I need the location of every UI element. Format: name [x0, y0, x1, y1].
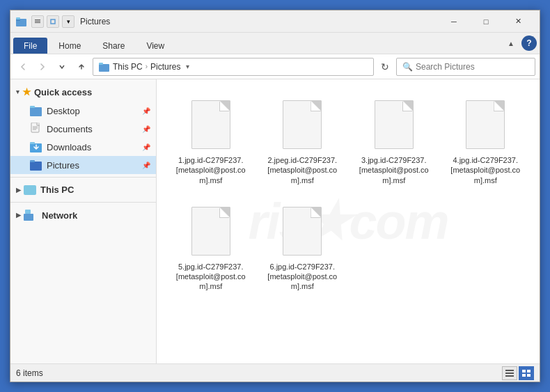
svg-rect-7 [99, 64, 109, 72]
this-pc-label: This PC [40, 185, 74, 195]
address-bar: This PC › Pictures ▾ ↻ 🔍 [10, 54, 540, 79]
svg-rect-21 [505, 375, 514, 377]
downloads-icon [30, 141, 42, 153]
search-box[interactable]: 🔍 [396, 58, 535, 76]
network-icon [24, 210, 38, 221]
minimize-button[interactable]: ─ [438, 10, 470, 33]
svg-rect-10 [30, 106, 35, 108]
sidebar-downloads-label: Downloads [47, 142, 139, 152]
view-grid-button[interactable] [519, 366, 534, 380]
view-list-button[interactable] [502, 366, 517, 380]
tab-file[interactable]: File [13, 38, 47, 54]
forward-button[interactable] [34, 58, 51, 75]
file-name-4: 4.jpg.id-C279F237.[metasploit@post.com].… [450, 155, 520, 185]
address-path[interactable]: This PC › Pictures ▾ [93, 58, 374, 76]
svg-rect-23 [527, 370, 531, 373]
file-icon-1 [187, 97, 235, 152]
back-button[interactable] [15, 58, 31, 75]
file-page-2 [283, 100, 322, 149]
svg-rect-22 [522, 370, 526, 373]
svg-rect-24 [522, 374, 526, 377]
network-label: Network [42, 210, 77, 221]
refresh-button[interactable]: ↻ [377, 58, 393, 75]
file-item-3[interactable]: 3.jpg.id-C279F237.[metasploit@post.com].… [351, 91, 437, 191]
ribbon-tabs: File Home Share View ▲ ? [10, 33, 540, 54]
file-item-4[interactable]: 4.jpg.id-C279F237.[metasploit@post.com].… [443, 91, 529, 191]
maximize-button[interactable]: □ [470, 10, 502, 33]
path-pictures[interactable]: Pictures [150, 62, 180, 72]
sidebar-item-documents[interactable]: Documents 📌 [10, 120, 156, 138]
svg-rect-17 [30, 162, 42, 171]
svg-rect-9 [30, 107, 42, 116]
documents-pin-icon: 📌 [142, 125, 150, 133]
file-item-1[interactable]: 1.jpg.id-C279F237.[metasploit@post.com].… [168, 91, 254, 191]
main-area: ▾ ★ Quick access Desktop 📌 [10, 79, 540, 363]
svg-rect-19 [505, 370, 514, 371]
file-item-5[interactable]: 5.jpg.id-C279F237.[metasploit@post.com].… [168, 197, 254, 298]
desktop-icon [30, 104, 42, 117]
ribbon-collapse-btn[interactable]: ▲ [503, 38, 519, 49]
tab-home[interactable]: Home [48, 38, 91, 54]
file-page-6 [283, 207, 322, 256]
svg-rect-6 [51, 19, 55, 24]
pictures-icon [30, 159, 42, 171]
file-item-2[interactable]: 2.jpeg.id-C279F237.[metasploit@post.com]… [260, 91, 346, 191]
downloads-pin-icon: 📌 [142, 143, 150, 151]
file-name-2: 2.jpeg.id-C279F237.[metasploit@post.com]… [267, 155, 337, 185]
file-icon-2 [278, 97, 327, 152]
sidebar-item-desktop[interactable]: Desktop 📌 [10, 102, 156, 120]
svg-rect-16 [30, 142, 35, 144]
svg-rect-4 [35, 19, 40, 20]
sidebar-item-downloads[interactable]: Downloads 📌 [10, 138, 156, 156]
svg-rect-5 [35, 22, 40, 23]
qat-btn-dropdown[interactable]: ▾ [62, 15, 74, 28]
close-button[interactable]: ✕ [502, 10, 534, 33]
file-page-4 [466, 100, 505, 149]
svg-rect-3 [35, 21, 40, 22]
sidebar-divider-1 [10, 177, 156, 178]
files-grid: 1.jpg.id-C279F237.[metasploit@post.com].… [165, 88, 531, 301]
file-icon-5 [187, 203, 235, 259]
file-page-3 [375, 100, 414, 149]
up-button[interactable] [73, 58, 90, 75]
desktop-pin-icon: 📌 [142, 107, 150, 115]
sidebar-quick-access-header[interactable]: ▾ ★ Quick access [10, 82, 156, 102]
qat-btn-2[interactable] [47, 15, 59, 28]
history-dropdown-button[interactable] [54, 58, 70, 75]
ribbon: File Home Share View ▲ ? [10, 33, 540, 54]
content-area: ris★com 1.jpg.id-C279F237.[metasploit@po… [157, 79, 540, 363]
help-button[interactable]: ? [521, 36, 537, 51]
svg-rect-20 [505, 373, 514, 374]
title-bar: ▾ Pictures ─ □ ✕ [10, 10, 540, 33]
file-name-5: 5.jpg.id-C279F237.[metasploit@post.com].… [176, 262, 246, 292]
search-icon: 🔍 [402, 62, 413, 72]
sidebar-this-pc-header[interactable]: ▶ This PC [10, 180, 156, 199]
path-dropdown-btn[interactable]: ▾ [186, 63, 189, 70]
path-separator-1: › [146, 63, 148, 70]
qat-btn-1[interactable] [31, 15, 44, 28]
documents-icon [30, 123, 42, 135]
sidebar-pictures-label: Pictures [47, 160, 139, 171]
quick-access-chevron: ▾ [16, 88, 19, 95]
status-bar: 6 items [10, 363, 540, 382]
ribbon-help: ▲ ? [503, 36, 537, 54]
search-input[interactable] [416, 62, 529, 72]
sidebar-divider-2 [10, 202, 156, 203]
quick-access-label: Quick access [34, 87, 92, 97]
this-pc-icon [24, 185, 36, 195]
file-name-3: 3.jpg.id-C279F237.[metasploit@post.com].… [359, 155, 429, 185]
file-name-6: 6.jpg.id-C279F237.[metasploit@post.com].… [267, 262, 337, 292]
tab-view[interactable]: View [136, 38, 175, 54]
sidebar-network-header[interactable]: ▶ Network [10, 205, 156, 225]
network-chevron: ▶ [16, 212, 21, 219]
path-this-pc[interactable]: This PC [113, 62, 143, 72]
window-controls: ─ □ ✕ [438, 10, 534, 33]
sidebar-item-pictures[interactable]: Pictures 📌 [10, 156, 156, 174]
file-item-6[interactable]: 6.jpg.id-C279F237.[metasploit@post.com].… [260, 197, 346, 298]
explorer-window: ▾ Pictures ─ □ ✕ File Home Share View ▲ … [10, 10, 540, 382]
tab-share[interactable]: Share [92, 38, 135, 54]
file-icon-6 [278, 203, 327, 259]
svg-rect-11 [31, 123, 39, 132]
file-name-1: 1.jpg.id-C279F237.[metasploit@post.com].… [176, 155, 246, 185]
svg-rect-8 [99, 63, 103, 65]
